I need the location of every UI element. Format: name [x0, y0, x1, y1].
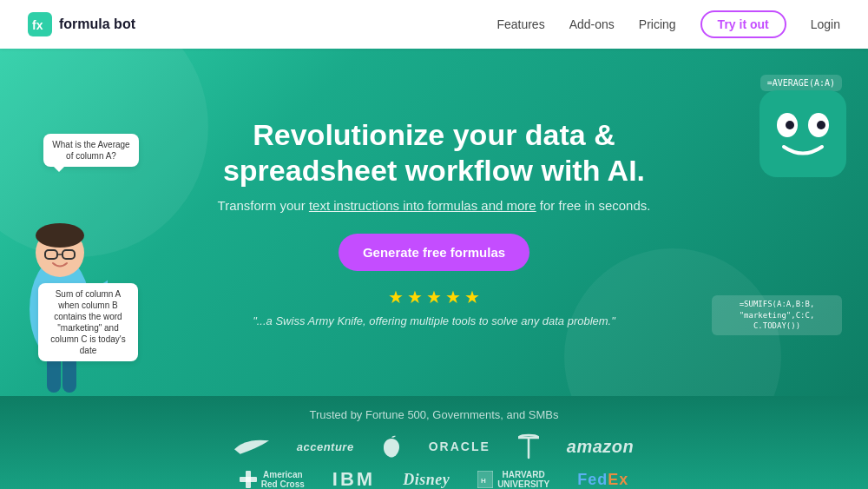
- navbar: fx formula bot Features Add-ons Pricing …: [0, 0, 868, 49]
- hero-section: What is the Average of column A? Sum of …: [0, 49, 868, 396]
- svg-rect-10: [760, 90, 846, 177]
- nav-links: Features Add-ons Pricing Try it out Logi…: [496, 10, 840, 38]
- ibm-logo: IBM: [332, 468, 375, 489]
- star-3: ★: [426, 287, 442, 307]
- formula-chip-1: =AVERAGE(A:A): [760, 75, 842, 91]
- nav-addons[interactable]: Add-ons: [569, 17, 615, 31]
- logos-row-2: AmericanRed Cross IBM Disney H HARVARDUN…: [0, 468, 868, 489]
- nav-features[interactable]: Features: [496, 17, 544, 31]
- nike-logo: [234, 438, 269, 455]
- logo-icon: fx: [28, 12, 52, 36]
- svg-text:H: H: [481, 477, 486, 485]
- subtitle-underline: text instructions into formulas and more: [309, 198, 536, 213]
- nav-pricing[interactable]: Pricing: [639, 17, 676, 31]
- star-4: ★: [445, 287, 461, 307]
- try-it-out-button[interactable]: Try it out: [700, 10, 786, 38]
- logos-row-1: accenture ORACLE amazon: [0, 433, 868, 459]
- svg-point-13: [786, 121, 794, 129]
- robot-face: [760, 90, 846, 177]
- logo[interactable]: fx formula bot: [28, 12, 135, 36]
- svg-point-14: [817, 121, 825, 129]
- svg-rect-18: [240, 477, 257, 482]
- oracle-logo: ORACLE: [429, 439, 490, 453]
- star-2: ★: [407, 287, 423, 307]
- right-illustration: =AVERAGE(A:A) =SUMIFS(A:A,B:B, "marketin…: [712, 66, 851, 361]
- speech-bubble-2: Sum of column A when column B contains t…: [38, 283, 138, 361]
- accenture-logo: accenture: [297, 440, 354, 453]
- subtitle-post: for free in seconds.: [536, 198, 651, 213]
- hero-subtitle: Transform your text instructions into fo…: [218, 198, 651, 213]
- hero-title: Revolutionize your data & spreadsheet wo…: [174, 117, 694, 188]
- stars-row: ★ ★ ★ ★ ★: [388, 287, 480, 307]
- formula-chip-2: =SUMIFS(A:A,B:B, "marketing",C:C, C.TODA…: [712, 295, 842, 335]
- harvard-logo: H HARVARDUNIVERSITY: [477, 470, 549, 489]
- apple-logo: [382, 435, 401, 458]
- star-1: ★: [388, 287, 404, 307]
- redcross-logo: AmericanRed Cross: [240, 470, 305, 489]
- fedex-logo: FedEx: [577, 471, 628, 489]
- amazon-logo: amazon: [567, 437, 634, 457]
- star-5: ★: [464, 287, 480, 307]
- disney-logo: Disney: [403, 471, 450, 489]
- tesla-logo: [518, 433, 539, 459]
- trusted-section: Trusted by Fortune 500, Governments, and…: [0, 396, 868, 489]
- svg-point-4: [36, 223, 84, 248]
- generate-formulas-button[interactable]: Generate free formulas: [339, 234, 529, 271]
- left-illustration: What is the Average of column A? Sum of …: [0, 118, 156, 396]
- logo-text: formula bot: [59, 17, 135, 32]
- trusted-label: Trusted by Fortune 500, Governments, and…: [0, 408, 868, 421]
- login-button[interactable]: Login: [811, 17, 840, 31]
- speech-bubble-1: What is the Average of column A?: [43, 134, 139, 167]
- hero-quote: "...a Swiss Army Knife, offering multipl…: [253, 314, 615, 327]
- svg-text:fx: fx: [32, 18, 43, 32]
- subtitle-pre: Transform your: [218, 198, 309, 213]
